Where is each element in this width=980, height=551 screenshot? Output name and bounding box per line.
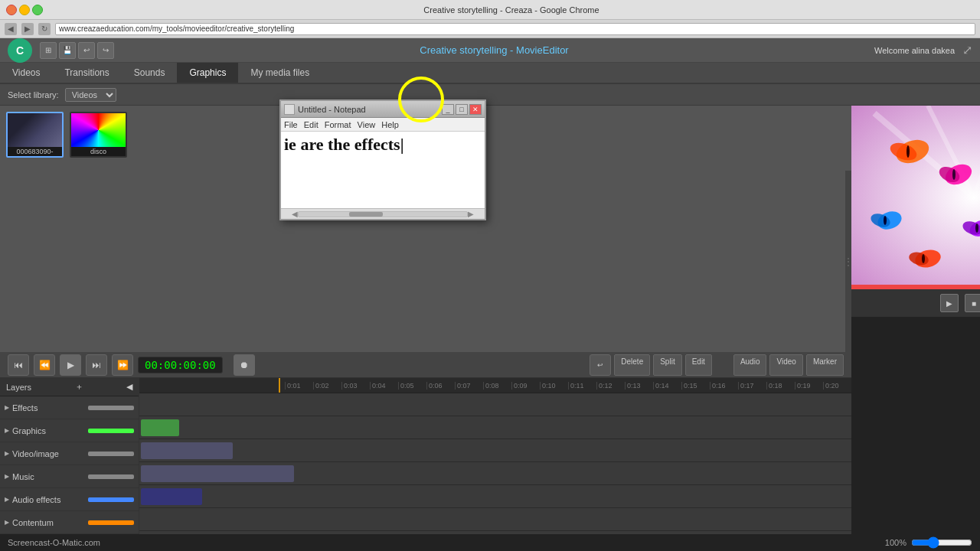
hscroll-thumb[interactable] — [349, 212, 383, 217]
notepad-menu-view[interactable]: View — [358, 120, 376, 129]
tool-icon-3[interactable]: ↩ — [78, 42, 95, 59]
tool-icon-2[interactable]: 💾 — [59, 42, 76, 59]
thumbnail-2[interactable]: disco — [70, 112, 127, 158]
hscroll-right-btn[interactable]: ▶ — [468, 210, 474, 218]
screencast-bar: Screencast-O-Matic.com 100% — [0, 534, 980, 551]
notepad-title: Untitled - Notepad — [298, 105, 439, 114]
tab-transitions[interactable]: Transitions — [52, 63, 121, 83]
ruler-mark-13: 0:14 — [653, 382, 681, 390]
main-nav: Videos Transitions Sounds Graphics My me… — [0, 63, 980, 84]
preview-play-btn[interactable]: ▶ — [940, 294, 959, 312]
preview-stop-btn[interactable]: ■ — [965, 294, 980, 312]
video-btn[interactable]: Video — [769, 354, 802, 376]
notepad-menu-help[interactable]: Help — [381, 120, 399, 129]
app-logo: C — [8, 38, 32, 63]
track-clip-graphics[interactable] — [141, 419, 179, 436]
prev-btn[interactable]: ⏮ — [8, 354, 29, 376]
tool-icon-4[interactable]: ↪ — [97, 42, 114, 59]
layer-arrow-3: ▶ — [5, 450, 9, 457]
layer-effects[interactable]: ▶ Effects — [0, 396, 139, 419]
layer-bar-videoimage — [88, 452, 134, 456]
notepad-maximize-btn[interactable]: □ — [456, 104, 468, 115]
layer-music[interactable]: ▶ Music — [0, 465, 139, 488]
main-content: 000683090- disco ⋮ ⏮ ⏪ ▶ — [0, 106, 980, 534]
notepad-hscrollbar[interactable]: ◀ ▶ — [281, 208, 485, 219]
ruler-mark-1: 0:02 — [313, 382, 341, 390]
track-clip-music[interactable] — [141, 465, 294, 482]
rewind-btn[interactable]: ⏪ — [34, 354, 55, 376]
edit-btn[interactable]: Edit — [685, 354, 712, 376]
svg-point-30 — [922, 254, 925, 263]
tab-videos[interactable]: Videos — [0, 63, 52, 83]
undo-transport-btn[interactable]: ↩ — [590, 354, 611, 376]
thumb-label-1: 000683090- — [8, 147, 62, 156]
layers-list: Layers ＋ ◀ ▶ Effects ▶ Graphics — [0, 378, 139, 534]
library-select[interactable]: Videos Images Audio — [65, 88, 116, 102]
split-btn[interactable]: Split — [653, 354, 681, 376]
ruler-mark-10: 0:11 — [568, 382, 596, 390]
notepad-menu-format[interactable]: Format — [325, 120, 351, 129]
zoom-slider[interactable] — [911, 536, 972, 549]
timeline-section: ⏮ ⏪ ▶ ⏭ ⏩ 00:00:00:00 ⏺ ↩ Delete Split E… — [0, 352, 851, 534]
play-btn[interactable]: ▶ — [60, 354, 81, 376]
layer-bar-graphics — [88, 429, 134, 433]
layer-name-videoimage: Video/image — [12, 449, 85, 458]
layer-arrow-4: ▶ — [5, 473, 9, 480]
zoom-level: 100% — [885, 538, 906, 547]
tab-sounds[interactable]: Sounds — [122, 63, 178, 83]
ruler-mark-5: 0:06 — [426, 382, 455, 390]
layer-contentum[interactable]: ▶ Contentum — [0, 511, 139, 534]
ruler-mark-0: 0:01 — [285, 382, 313, 390]
notepad-titlebar: Untitled - Notepad _ □ ✕ — [281, 101, 485, 118]
add-layer-btn[interactable]: ＋ — [75, 381, 83, 393]
tab-my-media-files[interactable]: My media files — [238, 63, 322, 83]
toolbar-icons: ⊞ 💾 ↩ ↪ — [40, 42, 114, 59]
notepad-content-area[interactable]: ie are the effects — [281, 132, 485, 208]
notepad-menu-edit[interactable]: Edit — [304, 120, 318, 129]
next-frame-btn[interactable]: ⏭ — [86, 354, 107, 376]
layer-graphics[interactable]: ▶ Graphics — [0, 419, 139, 442]
layer-audio-effects[interactable]: ▶ Audio effects — [0, 488, 139, 511]
svg-point-27 — [884, 216, 887, 225]
collapse-layers-btn[interactable]: ◀ — [126, 382, 132, 392]
app-name: MovieEditor — [516, 44, 569, 56]
layer-videoimage[interactable]: ▶ Video/image — [0, 442, 139, 465]
ruler-mark-4: 0:05 — [398, 382, 426, 390]
fullscreen-btn[interactable]: ⤢ — [962, 43, 972, 57]
audio-btn[interactable]: Audio — [733, 354, 767, 376]
hscroll-track[interactable] — [298, 211, 468, 217]
ruler-mark-3: 0:04 — [370, 382, 398, 390]
notepad-window: Untitled - Notepad _ □ ✕ File Edit Forma… — [279, 99, 486, 220]
notepad-menu-file[interactable]: File — [284, 120, 298, 129]
browser-min-btn[interactable] — [19, 5, 30, 15]
back-btn[interactable]: ◀ — [5, 23, 17, 35]
marker-btn[interactable]: Marker — [806, 354, 844, 376]
fast-fwd-btn[interactable]: ⏩ — [112, 354, 133, 376]
hscroll-left-btn[interactable]: ◀ — [292, 210, 298, 218]
ruler-mark-7: 0:08 — [483, 382, 511, 390]
reload-btn[interactable]: ↻ — [38, 23, 51, 35]
notepad-minimize-btn[interactable]: _ — [442, 104, 454, 115]
track-clip-audio-fx[interactable] — [141, 488, 202, 505]
url-text: www.creazaeducation.com/my_tools/movieed… — [59, 24, 294, 33]
thumbnail-1[interactable]: 000683090- — [6, 112, 64, 158]
tab-graphics[interactable]: Graphics — [177, 63, 238, 83]
browser-max-btn[interactable] — [32, 5, 43, 15]
layer-bar-audio-effects — [88, 497, 134, 502]
timeline-tracks-area: 0:01 0:02 0:03 0:04 0:05 0:06 0:07 0:08 … — [139, 378, 851, 534]
thumb-img-2 — [71, 113, 126, 147]
forward-btn[interactable]: ▶ — [21, 23, 34, 35]
notepad-close-btn[interactable]: ✕ — [469, 104, 482, 115]
ruler-mark-17: 0:18 — [766, 382, 795, 390]
tool-icon-1[interactable]: ⊞ — [40, 42, 57, 59]
library-label: Select library: — [8, 90, 59, 99]
delete-btn[interactable]: Delete — [614, 354, 650, 376]
divider-handle[interactable]: ⋮ — [845, 171, 851, 352]
svg-point-23 — [906, 145, 910, 158]
ruler-mark-18: 0:19 — [795, 382, 823, 390]
browser-close-btn[interactable] — [6, 5, 17, 15]
address-bar[interactable]: www.creazaeducation.com/my_tools/movieed… — [55, 23, 975, 35]
track-clip-video[interactable] — [141, 442, 233, 459]
video-preview-panel: ▶ ■ 🔊 — [851, 106, 980, 534]
record-btn[interactable]: ⏺ — [234, 354, 255, 376]
